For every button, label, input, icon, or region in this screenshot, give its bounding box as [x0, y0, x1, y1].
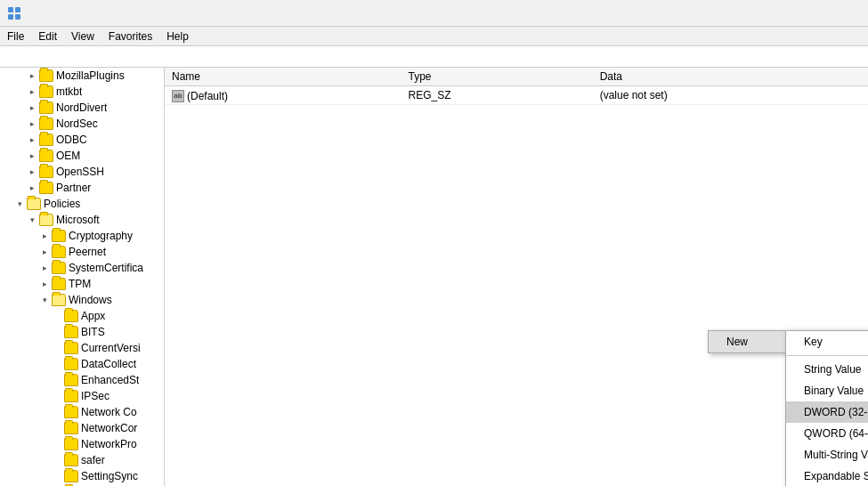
sub-expandable-string-value[interactable]: Expandable String Value	[786, 466, 868, 486]
tree-item[interactable]: ▸TPM	[0, 276, 164, 292]
tree-item[interactable]: ▾Policies	[0, 196, 164, 212]
tree-item[interactable]: EnhancedSt	[0, 372, 164, 388]
tree-label: Appx	[81, 310, 105, 322]
app-icon	[7, 6, 21, 20]
expand-icon: ▸	[25, 183, 39, 192]
svg-rect-2	[8, 14, 13, 20]
tree-label: MozillaPlugins	[56, 69, 125, 82]
tree-label: Partner	[56, 182, 91, 194]
tree-label: mtkbt	[56, 85, 82, 98]
value-name: (Default)	[187, 90, 228, 102]
new-submenu: Key String Value Binary Value DWORD (32-…	[785, 330, 868, 486]
folder-icon	[27, 198, 41, 210]
svg-rect-3	[15, 14, 20, 20]
tree-item[interactable]: ▸ODBC	[0, 132, 164, 148]
folder-icon	[64, 454, 78, 466]
sub-qword-value[interactable]: QWORD (64-bit) Value	[786, 423, 868, 444]
tree-item[interactable]: ▸OEM	[0, 148, 164, 164]
tree-item[interactable]: ▸mtkbt	[0, 84, 164, 100]
menu-file[interactable]: File	[0, 27, 31, 45]
tree-item[interactable]: ▸NordDivert	[0, 100, 164, 116]
svg-rect-1	[15, 7, 20, 12]
menu-view[interactable]: View	[64, 27, 101, 45]
menu-bar: File Edit View Favorites Help	[0, 27, 868, 46]
tree-item[interactable]: safer	[0, 452, 164, 468]
expand-icon: ▸	[25, 87, 39, 96]
tree-pane[interactable]: ▸MozillaPlugins▸mtkbt▸NordDivert▸NordSec…	[0, 68, 165, 486]
tree-item[interactable]: ▸Cryptography	[0, 228, 164, 244]
tree-item[interactable]: IPSec	[0, 388, 164, 404]
tree-item[interactable]: ▸Peernet	[0, 244, 164, 260]
reg-value-icon: ab (Default)	[172, 90, 228, 102]
sub-key[interactable]: Key	[786, 331, 868, 352]
folder-icon	[39, 150, 53, 162]
expand-icon: ▸	[37, 247, 52, 256]
tree-item[interactable]: ▾Windows	[0, 292, 164, 308]
tree-item[interactable]: DataCollect	[0, 356, 164, 372]
tree-label: Windows	[69, 294, 112, 306]
menu-edit[interactable]: Edit	[31, 27, 64, 45]
sub-string-value[interactable]: String Value	[786, 359, 868, 380]
cell-data: (value not set)	[593, 86, 868, 105]
folder-icon	[64, 326, 78, 338]
tree-label: Cryptography	[69, 230, 133, 242]
folder-icon	[52, 262, 66, 274]
folder-icon	[39, 214, 53, 226]
folder-icon	[39, 85, 53, 98]
tree-item[interactable]: Network Co	[0, 404, 164, 420]
tree-label: EnhancedSt	[81, 374, 139, 386]
folder-icon	[64, 342, 78, 354]
tree-item[interactable]: ▸OpenSSH	[0, 164, 164, 180]
sub-dword-value[interactable]: DWORD (32-bit) Value	[786, 401, 868, 423]
tree-item[interactable]: ▾Microsoft	[0, 212, 164, 228]
title-bar	[0, 0, 868, 27]
tree-item[interactable]: ▸Partner	[0, 180, 164, 196]
tree-label: TPM	[69, 278, 91, 290]
content-pane[interactable]: Name Type Data ab (Default)REG_SZ(value …	[165, 68, 868, 486]
tree-item[interactable]: Appx	[0, 308, 164, 324]
tree-label: BITS	[81, 326, 105, 338]
tree-label: Network Co	[81, 406, 137, 418]
tree-label: Policies	[44, 198, 80, 210]
close-button[interactable]	[820, 0, 861, 27]
tree-item[interactable]: CurrentVersi	[0, 340, 164, 356]
expand-icon: ▸	[25, 119, 39, 128]
minimize-button[interactable]	[734, 0, 775, 27]
menu-help[interactable]: Help	[159, 27, 196, 45]
sub-binary-value[interactable]: Binary Value	[786, 380, 868, 401]
sub-multi-string-value[interactable]: Multi-String Value	[786, 444, 868, 466]
folder-icon	[52, 230, 66, 242]
tree-label: safer	[81, 454, 105, 466]
address-bar	[0, 46, 868, 68]
tree-item[interactable]: ▸SystemCertifica	[0, 260, 164, 276]
expand-icon: ▸	[37, 279, 52, 288]
expand-icon: ▾	[25, 215, 39, 224]
tree-item[interactable]: SettingSync	[0, 468, 164, 484]
tree-item[interactable]: BITS	[0, 324, 164, 340]
folder-icon	[64, 358, 78, 370]
table-row[interactable]: ab (Default)REG_SZ(value not set)	[165, 86, 868, 105]
col-type: Type	[402, 68, 593, 86]
folder-icon	[52, 294, 66, 306]
tree-item[interactable]: NetworkCor	[0, 420, 164, 436]
expand-icon: ▸	[25, 71, 39, 80]
tree-label: ODBC	[56, 134, 87, 146]
tree-label: SettingSync	[81, 470, 138, 482]
registry-table: Name Type Data ab (Default)REG_SZ(value …	[165, 68, 868, 105]
tree-label: IPSec	[81, 390, 110, 402]
folder-icon	[64, 470, 78, 482]
tree-item[interactable]: ▸MozillaPlugins	[0, 68, 164, 84]
tree-item[interactable]: NetworkPro	[0, 436, 164, 452]
expand-icon: ▸	[37, 263, 52, 272]
folder-icon	[39, 166, 53, 178]
tree-item[interactable]: ▸NordSec	[0, 116, 164, 132]
folder-icon	[64, 438, 78, 450]
col-data: Data	[593, 68, 868, 86]
maximize-button[interactable]	[777, 0, 818, 27]
ab-icon: ab	[172, 90, 184, 102]
folder-icon	[64, 310, 78, 322]
folder-icon	[64, 422, 78, 434]
menu-favorites[interactable]: Favorites	[101, 27, 159, 45]
expand-icon: ▸	[25, 167, 39, 176]
window-controls	[734, 0, 861, 27]
